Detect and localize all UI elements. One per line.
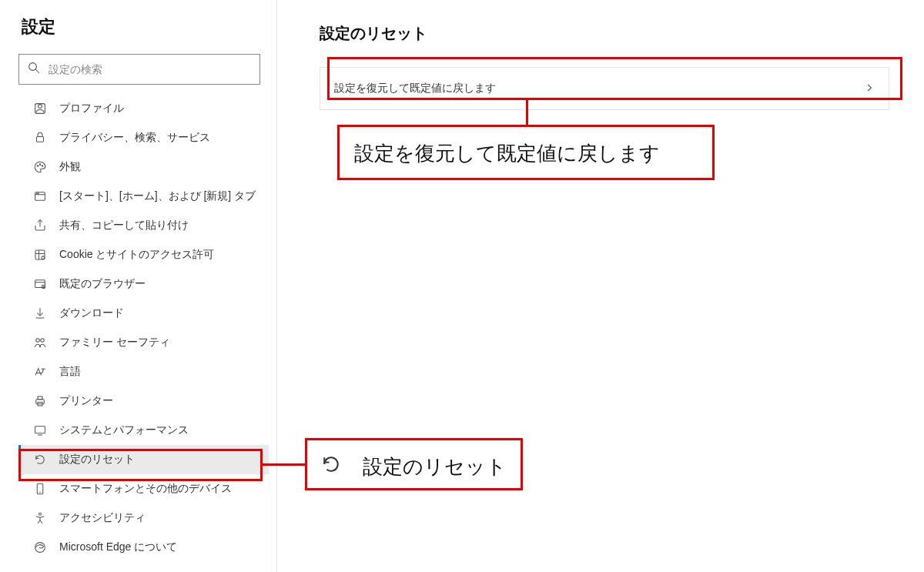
sidebar-item-label: 外観: [59, 160, 81, 174]
sidebar-item-language[interactable]: 言語: [18, 357, 269, 386]
profile-icon: [33, 102, 47, 115]
svg-rect-12: [35, 250, 45, 259]
sidebar-item-accessibility[interactable]: アクセシビリティ: [18, 503, 269, 533]
svg-point-0: [29, 63, 37, 71]
sidebar-item-downloads[interactable]: ダウンロード: [18, 299, 269, 328]
search-box[interactable]: [18, 54, 260, 85]
browser-icon: [33, 277, 47, 291]
svg-point-2: [38, 105, 42, 109]
sidebar-item-label: システムとパフォーマンス: [59, 423, 189, 437]
annotation-box-nav: [18, 449, 263, 481]
svg-rect-4: [37, 137, 44, 142]
edge-icon: [33, 540, 47, 554]
sidebar-item-label: ダウンロード: [59, 306, 124, 320]
palette-icon: [33, 160, 47, 174]
sidebar-item-label: スマートフォンとその他のデバイス: [59, 482, 232, 496]
svg-point-5: [37, 166, 38, 167]
sidebar-item-label: プライバシー、検索、サービス: [59, 131, 210, 145]
sidebar-item-about[interactable]: Microsoft Edge について: [18, 533, 269, 562]
svg-point-10: [36, 193, 37, 194]
sidebar-item-system[interactable]: システムとパフォーマンス: [18, 416, 269, 445]
svg-rect-24: [38, 396, 42, 400]
svg-line-1: [35, 69, 39, 73]
search-icon: [27, 61, 41, 78]
sidebar-item-cookies[interactable]: Cookie とサイトのアクセス許可: [18, 240, 269, 269]
sidebar-item-default-browser[interactable]: 既定のブラウザー: [18, 269, 269, 299]
sidebar-item-appearance[interactable]: 外観: [18, 152, 269, 182]
settings-sidebar: 設定 プロファイル プライバシー、検索、サービス 外観 [スタート]、[: [0, 0, 277, 572]
annotation-connector-2: [263, 463, 305, 466]
sidebar-item-profile[interactable]: プロファイル: [18, 94, 269, 123]
language-icon: [33, 365, 47, 379]
reset-icon: [320, 453, 363, 481]
system-icon: [33, 423, 47, 437]
accessibility-icon: [33, 511, 47, 525]
annotation-text-nav-wrap: 設定のリセット: [320, 453, 507, 481]
svg-point-31: [35, 543, 45, 553]
svg-point-30: [39, 513, 42, 515]
sidebar-item-share[interactable]: 共有、コピーして貼り付け: [18, 211, 269, 240]
sidebar-item-label: 言語: [59, 365, 81, 379]
svg-point-15: [42, 256, 45, 259]
sidebar-item-label: アクセシビリティ: [59, 511, 146, 525]
sidebar-item-label: Cookie とサイトのアクセス許可: [59, 248, 214, 262]
download-icon: [33, 306, 47, 320]
svg-point-6: [39, 164, 41, 166]
sidebar-title: 設定: [22, 15, 269, 38]
sidebar-item-label: 共有、コピーして貼り付け: [59, 219, 189, 232]
sidebar-item-family[interactable]: ファミリー セーフティ: [18, 328, 269, 357]
svg-rect-26: [35, 426, 45, 433]
page-title: 設定のリセット: [320, 23, 909, 44]
svg-point-21: [41, 339, 45, 343]
cookie-icon: [33, 248, 47, 262]
annotation-connector-1: [526, 100, 528, 126]
window-icon: [33, 189, 47, 203]
svg-point-11: [38, 193, 38, 194]
sidebar-item-label: 既定のブラウザー: [59, 277, 146, 291]
sidebar-item-label: プロファイル: [59, 102, 124, 115]
svg-point-7: [42, 166, 43, 167]
sidebar-nav: プロファイル プライバシー、検索、サービス 外観 [スタート]、[ホーム]、およ…: [18, 94, 269, 562]
share-icon: [33, 219, 47, 232]
sidebar-item-label: プリンター: [59, 394, 113, 408]
annotation-text-option: 設定を復元して既定値に戻します: [354, 140, 660, 167]
family-icon: [33, 336, 47, 350]
sidebar-item-label: ファミリー セーフティ: [59, 336, 170, 350]
svg-rect-23: [36, 400, 45, 404]
printer-icon: [33, 394, 47, 408]
sidebar-item-privacy[interactable]: プライバシー、検索、サービス: [18, 123, 269, 152]
svg-point-20: [36, 339, 40, 343]
annotation-box-option: [327, 57, 902, 100]
phone-icon: [33, 482, 47, 496]
annotation-text-nav: 設定のリセット: [363, 453, 507, 480]
lock-icon: [33, 131, 47, 145]
sidebar-item-start-home[interactable]: [スタート]、[ホーム]、および [新規] タブ: [18, 182, 269, 211]
sidebar-item-printer[interactable]: プリンター: [18, 386, 269, 416]
search-input[interactable]: [49, 63, 252, 75]
sidebar-item-label: Microsoft Edge について: [59, 540, 177, 554]
sidebar-item-label: [スタート]、[ホーム]、および [新規] タブ: [59, 189, 256, 203]
svg-rect-16: [35, 280, 45, 288]
